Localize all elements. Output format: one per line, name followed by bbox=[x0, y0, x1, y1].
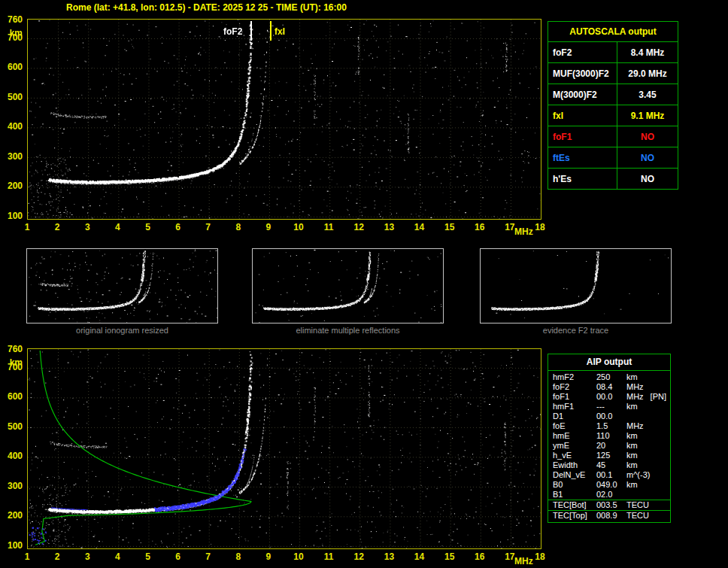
fxi-marker-label: fxI bbox=[275, 26, 285, 37]
y-tick-label: 300 bbox=[2, 481, 23, 491]
thumbnail-reflections-canvas bbox=[253, 249, 443, 323]
autoscala-row-value: NO bbox=[617, 126, 678, 147]
x-tick-label: 15 bbox=[441, 551, 458, 562]
aip-cell: km bbox=[626, 372, 638, 382]
autoscala-row: h'EsNO bbox=[548, 169, 678, 190]
y-tick-label: 500 bbox=[2, 92, 23, 102]
aip-row: foE1.5MHz bbox=[548, 421, 670, 431]
x-tick-label: 18 bbox=[532, 222, 548, 232]
y-tick-label: 100 bbox=[2, 540, 23, 551]
autoscala-row-label: ftEs bbox=[548, 147, 617, 169]
aip-cell: B0 bbox=[553, 480, 596, 490]
aip-cell: 00.1 bbox=[596, 470, 626, 480]
y-tick-label: 200 bbox=[2, 181, 23, 191]
x-tick-label: 8 bbox=[230, 551, 247, 562]
x-tick-label: 12 bbox=[350, 551, 367, 562]
autoscala-table-header: AUTOSCALA output bbox=[548, 22, 678, 42]
x-tick-label: 5 bbox=[139, 222, 156, 232]
y-tick-label: 400 bbox=[2, 121, 23, 132]
x-axis-unit-top: MHz bbox=[514, 226, 533, 237]
aip-cell: 110 bbox=[596, 431, 626, 441]
aip-cell: MHz bbox=[626, 382, 644, 392]
aip-row: TEC[Bot]003.5TECU bbox=[548, 500, 670, 510]
x-tick-label: 6 bbox=[170, 551, 187, 562]
aip-cell: h_vE bbox=[553, 451, 596, 460]
x-tick-label: 4 bbox=[109, 222, 126, 232]
aip-row: h_vE125km bbox=[548, 451, 670, 460]
x-tick-label: 14 bbox=[411, 551, 428, 562]
x-tick-label: 2 bbox=[49, 222, 65, 232]
x-tick-label: 3 bbox=[79, 551, 96, 562]
bottom-ionogram-panel bbox=[27, 348, 541, 549]
aip-cell: 1.5 bbox=[596, 421, 626, 431]
y-tick-label: 200 bbox=[2, 510, 23, 521]
thumbnail-original-canvas bbox=[27, 249, 217, 323]
aip-row: hmF2250km bbox=[548, 372, 670, 382]
y-axis-unit-top: km bbox=[6, 28, 23, 38]
aip-cell: 08.4 bbox=[596, 382, 626, 392]
autoscala-row-label: foF1 bbox=[548, 126, 617, 147]
autoscala-row: MUF(3000)F229.0 MHz bbox=[548, 63, 678, 84]
aip-cell-extra: [PN] bbox=[651, 392, 670, 402]
aip-cell: foF2 bbox=[553, 382, 596, 392]
aip-cell: TECU bbox=[626, 511, 649, 521]
x-tick-label: 18 bbox=[532, 551, 548, 562]
x-tick-label: 4 bbox=[109, 551, 126, 562]
aip-output-table: AIP output hmF2250kmfoF208.4MHzfoF100.0M… bbox=[548, 354, 671, 523]
y-tick-label: 600 bbox=[2, 62, 23, 72]
x-tick-label: 13 bbox=[381, 222, 397, 232]
x-tick-label: 10 bbox=[290, 222, 307, 232]
fxi-marker-line bbox=[270, 21, 271, 41]
autoscala-row-value: NO bbox=[617, 169, 678, 190]
aip-cell: 250 bbox=[596, 372, 626, 382]
autoscala-row-label: foF2 bbox=[548, 42, 617, 63]
thumbnail-multiple-reflections-removed bbox=[252, 248, 444, 323]
autoscala-row-label: fxI bbox=[548, 105, 617, 126]
thumbnail-f2-canvas bbox=[481, 249, 671, 323]
autoscala-row-label: MUF(3000)F2 bbox=[548, 63, 617, 84]
aip-row: foF208.4MHz bbox=[548, 382, 670, 392]
x-tick-label: 16 bbox=[472, 551, 488, 562]
aip-cell: D1 bbox=[553, 412, 596, 421]
aip-cell: MHz bbox=[626, 392, 644, 402]
aip-row: TEC[Top]008.9TECU bbox=[548, 510, 670, 521]
x-tick-label: 15 bbox=[441, 222, 458, 232]
aip-cell: km bbox=[626, 431, 638, 441]
bottom-ionogram-canvas bbox=[28, 349, 541, 548]
aip-row: ymE20km bbox=[548, 441, 670, 451]
page-title: Rome (lat: +41.8, lon: 012.5) - DATE: 20… bbox=[66, 2, 347, 13]
aip-cell: --- bbox=[596, 402, 626, 412]
aip-row: hmF1---km bbox=[548, 402, 670, 412]
autoscala-output-table: AUTOSCALA output foF28.4 MHzMUF(3000)F22… bbox=[548, 21, 678, 190]
aip-cell: km bbox=[626, 441, 638, 451]
aip-cell: 125 bbox=[596, 451, 626, 460]
thumbnail-f2-trace bbox=[480, 248, 672, 323]
aip-cell: 45 bbox=[596, 460, 626, 470]
aip-cell: 00.0 bbox=[596, 392, 626, 402]
fof2-marker-line bbox=[250, 21, 252, 41]
aip-cell: 049.0 bbox=[596, 480, 626, 490]
fof2-marker-label: foF2 bbox=[223, 26, 242, 37]
thumbnail-caption-original: original ionogram resized bbox=[26, 326, 218, 335]
aip-cell: km bbox=[626, 402, 638, 412]
x-tick-label: 1 bbox=[19, 551, 35, 562]
x-tick-label: 14 bbox=[411, 222, 428, 232]
aip-cell: foE bbox=[553, 421, 596, 431]
aip-cell: m^(-3) bbox=[626, 470, 650, 480]
x-tick-label: 12 bbox=[350, 222, 367, 232]
aip-cell: km bbox=[626, 460, 638, 470]
autoscala-row-label: M(3000)F2 bbox=[548, 84, 617, 105]
x-tick-label: 1 bbox=[19, 222, 35, 232]
x-tick-label: 7 bbox=[200, 222, 217, 232]
aip-cell: 008.9 bbox=[596, 511, 626, 521]
autoscala-row: M(3000)F23.45 bbox=[548, 84, 678, 105]
aip-cell: TEC[Bot] bbox=[553, 500, 596, 510]
aip-cell: DelN_vE bbox=[553, 470, 596, 480]
x-tick-label: 10 bbox=[290, 551, 307, 562]
aip-row: DelN_vE00.1m^(-3) bbox=[548, 470, 670, 480]
aip-cell: km bbox=[626, 451, 638, 460]
aip-row: Ewidth45km bbox=[548, 460, 670, 470]
aip-cell: foF1 bbox=[553, 392, 596, 402]
aip-cell: B1 bbox=[553, 490, 596, 500]
x-tick-label: 3 bbox=[79, 222, 96, 232]
